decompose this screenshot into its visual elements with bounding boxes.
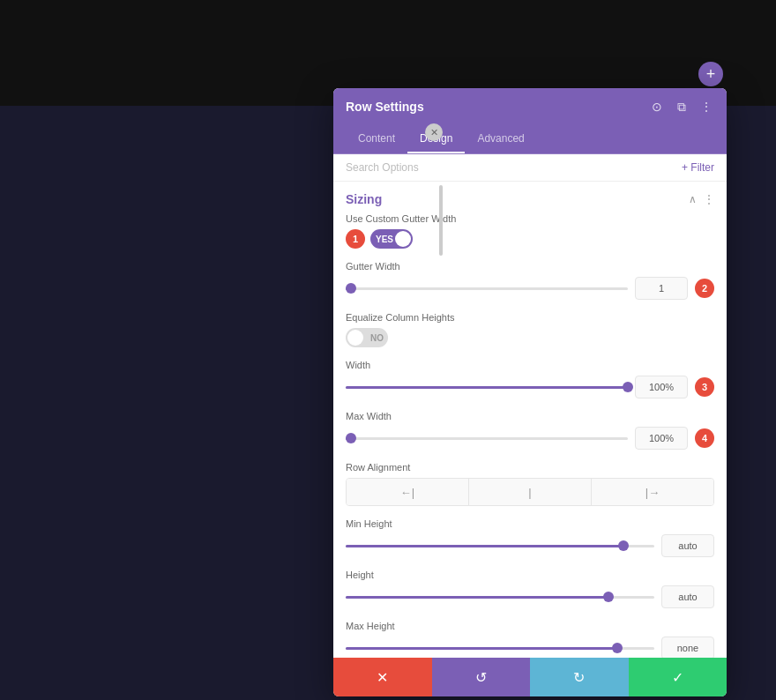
slider-thumb[interactable] (346, 283, 356, 294)
min-height-slider[interactable] (346, 537, 654, 555)
height-field: Height (346, 570, 714, 608)
copy-icon[interactable]: ⧉ (674, 99, 690, 115)
slider-track-3 (346, 437, 628, 440)
add-button[interactable]: + (698, 62, 723, 86)
row-settings-panel: Row Settings ⊙ ⧉ ⋮ Content Design Advanc… (333, 88, 727, 696)
slider-thumb-3[interactable] (346, 433, 356, 443)
header-icons: ⊙ ⧉ ⋮ (649, 99, 714, 115)
min-height-label: Min Height (346, 518, 714, 529)
slider-fill-6 (346, 647, 617, 650)
scrollbar-thumb[interactable] (439, 185, 443, 256)
settings-icon[interactable]: ⊙ (649, 99, 665, 115)
slider-track-5 (346, 596, 654, 599)
badge-4: 4 (695, 428, 714, 448)
min-height-field: Min Height (346, 518, 714, 557)
equalize-heights-field: Equalize Column Heights NO (346, 312, 714, 347)
close-button[interactable]: ✕ (425, 123, 443, 141)
more-icon[interactable]: ⋮ (698, 99, 714, 115)
panel-title: Row Settings (346, 100, 424, 114)
slider-track-4 (346, 545, 654, 547)
custom-gutter-field: Use Custom Gutter Width 1 YES (346, 213, 714, 249)
row-alignment-label: Row Alignment (346, 462, 714, 473)
toggle-knob (395, 231, 411, 247)
width-slider[interactable] (346, 378, 628, 396)
max-width-field: Max Width 4 (346, 411, 714, 450)
slider-fill-2 (346, 386, 628, 389)
height-row (346, 585, 714, 608)
custom-gutter-row: 1 YES (346, 229, 714, 249)
width-row: 3 (346, 376, 714, 398)
equalize-heights-label: Equalize Column Heights (346, 312, 714, 323)
sizing-section: Sizing ∧ ⋮ Use Custom Gutter Width 1 YES (333, 182, 727, 658)
save-button[interactable]: ✓ (629, 658, 728, 696)
panel-footer: ✕ ↺ ↻ ✓ (333, 658, 727, 696)
scrollbar-track (439, 176, 443, 661)
badge-2: 2 (695, 279, 714, 298)
max-height-field: Max Height (346, 621, 714, 658)
height-label: Height (346, 570, 714, 580)
toggle-yes-label: YES (376, 235, 393, 244)
redo-button[interactable]: ↻ (530, 658, 629, 696)
sizing-title: Sizing (346, 192, 382, 206)
width-input[interactable] (635, 376, 688, 398)
align-left-button[interactable]: ←| (347, 479, 469, 505)
badge-3: 3 (695, 377, 714, 397)
gutter-width-field: Gutter Width 2 (346, 261, 714, 300)
slider-track-6 (346, 647, 654, 650)
alignment-buttons: ←| | |→ (346, 478, 714, 506)
collapse-icon[interactable]: ∧ (689, 193, 697, 205)
equalize-heights-toggle[interactable]: NO (346, 328, 388, 347)
width-label: Width (346, 360, 714, 370)
align-center-button[interactable]: | (469, 479, 592, 505)
section-header-icons: ∧ ⋮ (689, 193, 714, 205)
tab-advanced[interactable]: Advanced (465, 125, 536, 153)
section-more-icon[interactable]: ⋮ (704, 193, 714, 205)
toggle-knob-2 (347, 330, 363, 346)
panel-body: Sizing ∧ ⋮ Use Custom Gutter Width 1 YES (333, 182, 727, 658)
max-width-row: 4 (346, 427, 714, 450)
tab-content[interactable]: Content (346, 125, 407, 153)
max-height-row (346, 637, 714, 658)
slider-track (346, 287, 628, 290)
tab-bar: Content Design Advanced (333, 125, 727, 154)
slider-thumb-4[interactable] (618, 540, 629, 551)
max-width-input[interactable] (635, 427, 688, 450)
max-height-label: Max Height (346, 621, 714, 631)
gutter-width-slider[interactable] (346, 279, 628, 297)
filter-button[interactable]: + Filter (682, 161, 714, 174)
search-bar: Search Options + Filter (333, 154, 727, 182)
slider-fill-4 (346, 545, 623, 547)
height-slider[interactable] (346, 588, 654, 606)
badge-1: 1 (346, 229, 365, 249)
align-right-button[interactable]: |→ (592, 479, 713, 505)
width-field: Width 3 (346, 360, 714, 398)
slider-fill-5 (346, 596, 608, 599)
cancel-button[interactable]: ✕ (333, 658, 432, 696)
sizing-content: Use Custom Gutter Width 1 YES Gutter (333, 213, 727, 658)
slider-track-2 (346, 386, 628, 389)
panel-header: Row Settings ⊙ ⧉ ⋮ (333, 88, 727, 125)
max-width-label: Max Width (346, 411, 714, 421)
min-height-row (346, 534, 714, 557)
equalize-heights-row: NO (346, 328, 714, 347)
toggle-no-label: NO (370, 333, 384, 343)
slider-thumb-2[interactable] (623, 382, 633, 392)
sizing-section-header[interactable]: Sizing ∧ ⋮ (333, 182, 727, 213)
slider-thumb-6[interactable] (612, 643, 623, 653)
max-height-slider[interactable] (346, 639, 654, 657)
slider-thumb-5[interactable] (603, 592, 614, 602)
max-width-slider[interactable] (346, 429, 628, 447)
height-input[interactable] (661, 585, 714, 608)
undo-button[interactable]: ↺ (432, 658, 531, 696)
gutter-width-input[interactable] (635, 277, 688, 300)
search-placeholder: Search Options (346, 161, 419, 174)
row-alignment-field: Row Alignment ←| | |→ (346, 462, 714, 506)
min-height-input[interactable] (661, 534, 714, 557)
custom-gutter-toggle[interactable]: YES (370, 229, 413, 249)
custom-gutter-label: Use Custom Gutter Width (346, 213, 714, 224)
max-height-input[interactable] (661, 637, 714, 658)
gutter-width-label: Gutter Width (346, 261, 714, 272)
gutter-width-row: 2 (346, 277, 714, 300)
